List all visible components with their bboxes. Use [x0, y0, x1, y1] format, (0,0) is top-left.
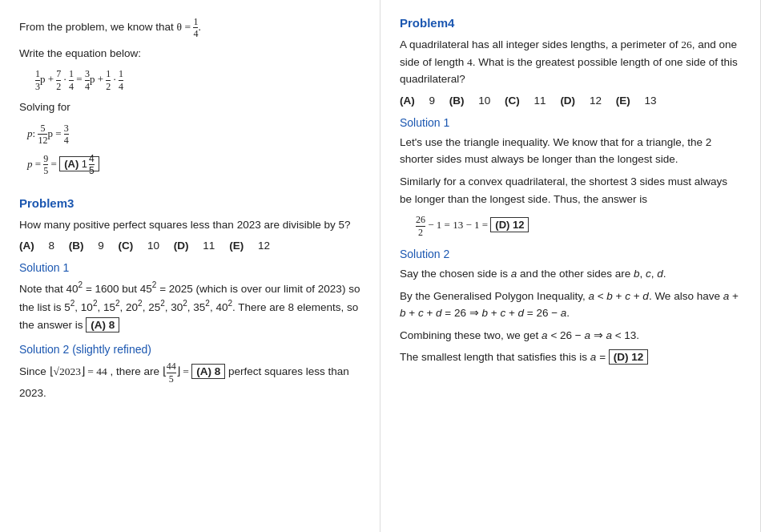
p4-solution2-text1: Say the chosen side is a and the other s…	[400, 265, 741, 283]
right-column: Problem4 A quadrilateral has all integer…	[380, 0, 761, 532]
choice-e: (E) 12	[229, 240, 270, 252]
problem4-title: Problem4	[400, 16, 741, 30]
choice-d: (D) 11	[174, 240, 215, 252]
equation-display: 13p + 72 · 14 = 34p + 12 · 14	[35, 68, 360, 92]
problem3-choices: (A) 8 (B) 9 (C) 10 (D) 11 (E) 12	[19, 240, 360, 252]
p4-solution2-text3: Combining these two, we get a < 26 − a ⇒…	[400, 327, 741, 345]
intro-text: From the problem, we know that θ = 14.	[19, 16, 360, 40]
intro-label: From the problem, we know that	[19, 21, 177, 33]
choice-b: (B) 9	[69, 240, 104, 252]
p4-solution1-title: Solution 1	[400, 116, 741, 129]
p4-choice-a: (A) 9	[400, 95, 435, 107]
write-eq-label: Write the equation below:	[19, 45, 360, 62]
p4-solution2-text4: The smallest length that satisfies this …	[400, 349, 741, 366]
solution2-text: Since ⌊√2023⌋ = 44 , there are ⌊445⌋ = (…	[19, 361, 360, 401]
p4-solution2-title: Solution 2	[400, 248, 741, 260]
p4-solution1-formula: 262 − 1 = 13 − 1 = (D) 12	[416, 214, 741, 238]
problem3-title: Problem3	[19, 196, 360, 210]
solution-display: p = 95 = (A) 145	[27, 153, 360, 177]
problem4-choices: (A) 9 (B) 10 (C) 11 (D) 12 (E) 13	[400, 95, 741, 107]
p4-choice-c: (C) 11	[505, 95, 546, 107]
p4-choice-b: (B) 10	[449, 95, 491, 107]
solving-for-label: Solving for	[19, 99, 360, 116]
p4-solution1-text1: Let's use the triangle inequality. We kn…	[400, 134, 741, 168]
theta-eq: θ = 14.	[177, 21, 201, 33]
solution1-text: Note that 402 = 1600 but 452 = 2025 (whi…	[19, 279, 360, 333]
problem4-text: A quadrilateral has all integer sides le…	[400, 36, 741, 88]
solving-step: p: 512p = 34	[27, 123, 360, 147]
left-column: From the problem, we know that θ = 14. W…	[0, 0, 380, 532]
choice-a: (A) 8	[19, 240, 54, 252]
p4-choice-e: (E) 13	[616, 95, 657, 107]
p4-choice-d: (D) 12	[560, 95, 602, 107]
p4-solution2-text2: By the Generalised Polygon Inequality, a…	[400, 288, 741, 322]
problem3-text: How many positive perfect squares less t…	[19, 216, 360, 234]
choice-c: (C) 10	[119, 240, 160, 252]
solution2-title: Solution 2 (slightly refined)	[19, 343, 360, 356]
solution1-title: Solution 1	[19, 261, 360, 274]
p4-solution1-text2: Similarly for a convex quadrilateral, th…	[400, 173, 741, 208]
